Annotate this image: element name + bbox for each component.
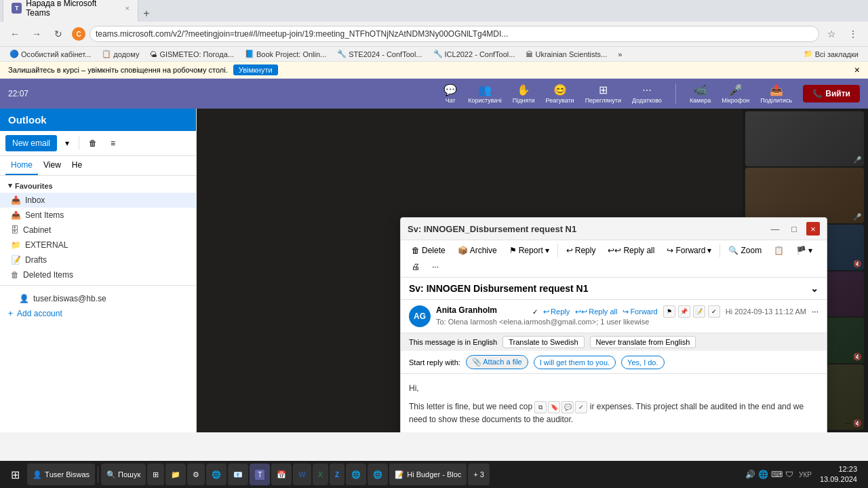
translate-to-swedish-btn[interactable]: Translate to Swedish — [502, 336, 584, 348]
tab-he[interactable]: He — [66, 156, 87, 175]
new-tab-button[interactable]: + — [138, 5, 155, 22]
bookmark-ste[interactable]: 🔧 STE2024 - ConfTool... — [333, 48, 426, 60]
tile-more-btn-large[interactable]: ··· — [845, 419, 850, 427]
taskbar-chrome3[interactable]: 🌐 — [368, 464, 388, 485]
sidebar-item-deleted[interactable]: 🗑 Deleted Items — [0, 267, 196, 282]
taskbar-mail[interactable]: 📧 — [228, 464, 248, 485]
taskbar-chrome[interactable]: 🌐 — [206, 464, 226, 485]
camera-control[interactable]: 📹 Камера — [690, 83, 711, 104]
it-flag[interactable]: ⚑ — [663, 305, 675, 318]
taskbar-task-view[interactable]: ⊞ — [147, 464, 164, 485]
modal-minimize-btn[interactable]: — — [768, 222, 782, 236]
it-check[interactable]: ✓ — [708, 305, 720, 318]
new-email-dropdown[interactable]: ▾ — [60, 136, 75, 151]
all-bookmarks[interactable]: 📁 Всі закладки — [800, 48, 863, 60]
taskbar-excel[interactable]: X — [313, 464, 328, 485]
raise-hand-control[interactable]: ✋ Підняти — [513, 83, 535, 104]
inline-reply-btn[interactable]: ↩ Reply — [543, 307, 570, 316]
tray-keyboard[interactable]: ⌨ — [771, 470, 783, 479]
bookmark-star[interactable]: ☆ — [822, 24, 841, 43]
modal-maximize-btn[interactable]: □ — [787, 222, 801, 236]
bookmark-more[interactable]: » — [614, 49, 626, 60]
tray-lang[interactable]: УКР — [796, 471, 814, 478]
view-control[interactable]: ⊞ Переглянути — [585, 83, 621, 104]
tray-sound[interactable]: 🔊 — [745, 470, 755, 479]
taskbar-chrome2[interactable]: 🌐 — [346, 464, 366, 485]
print-btn[interactable]: 🖨 — [406, 259, 425, 274]
suggestion-1[interactable]: I will get them to you. — [534, 356, 616, 369]
inline-tick-btn[interactable]: ✓ — [575, 401, 587, 413]
tab-home[interactable]: Home — [5, 156, 38, 175]
attach-file-chip[interactable]: 📎 Attach a file — [466, 355, 528, 369]
start-button[interactable]: ⊞ — [3, 462, 27, 487]
suggestion-2[interactable]: Yes, I do. — [621, 356, 664, 369]
add-account-btn[interactable]: + Add account — [8, 306, 188, 321]
never-translate-btn[interactable]: Never translate from English — [590, 336, 696, 348]
email-more-btn[interactable]: ··· — [812, 307, 818, 316]
taskbar-explorer[interactable]: 📁 — [165, 464, 186, 485]
url-input[interactable] — [90, 26, 819, 42]
participants-control[interactable]: 👥 Користувачі — [468, 83, 502, 104]
inline-reply-all-btn[interactable]: ↩↩ Reply all — [575, 307, 617, 316]
taskbar-hi-budger[interactable]: 📝 Hi Budger - Bloc — [389, 464, 467, 485]
notification-close[interactable]: × — [854, 64, 860, 75]
reload-button[interactable]: ↻ — [49, 24, 68, 43]
bookmark-ukrainian[interactable]: 🏛 Ukrainian Scientists... — [521, 49, 611, 60]
reply-btn[interactable]: ↩ Reply — [561, 243, 601, 258]
mic-control[interactable]: 🎤 Мікрофон — [722, 83, 749, 104]
leave-meeting-btn[interactable]: 📞 Вийти — [803, 85, 860, 102]
expand-email-icon[interactable]: ⌄ — [810, 283, 818, 294]
bookmark-osobystyi[interactable]: 🔵 Особистий кабінет... — [5, 48, 95, 60]
reply-all-btn[interactable]: ↩↩ Reply all — [602, 243, 660, 258]
forward-btn[interactable]: ↪ Forward ▾ — [661, 243, 717, 258]
inline-bookmark-btn[interactable]: 🔖 — [548, 401, 560, 413]
sidebar-item-inbox[interactable]: 📥 Inbox — [0, 193, 196, 208]
archive-btn[interactable]: 📦 Archive — [452, 243, 502, 258]
react-control[interactable]: 😊 Реагувати — [546, 83, 574, 104]
zoom-btn[interactable]: 🔍 Zoom — [723, 243, 767, 258]
inline-comment-btn[interactable]: 💬 — [561, 401, 574, 413]
account-item[interactable]: 👤 tuser.biswas@hb.se — [8, 291, 188, 306]
it-pin[interactable]: 📌 — [678, 305, 690, 318]
modal-close-btn[interactable]: × — [806, 222, 820, 236]
trash-btn[interactable]: 🗑 — [83, 136, 102, 151]
more-actions-btn[interactable]: ··· — [427, 259, 444, 274]
share-control[interactable]: 📤 Поділитись — [760, 83, 792, 104]
tray-security[interactable]: 🛡 — [785, 470, 793, 479]
flag-btn[interactable]: 🏴 ▾ — [791, 243, 818, 258]
sidebar-item-cabinet[interactable]: 🗄 Cabinet — [0, 223, 196, 238]
enable-notifications-btn[interactable]: Увімкнути — [233, 64, 278, 75]
inline-copy-btn[interactable]: ⧉ — [534, 401, 547, 413]
browser-menu[interactable]: ⋮ — [844, 24, 863, 43]
taskbar-user[interactable]: 👤 Тuser Biswas — [27, 464, 95, 485]
bookmark-gismeteo[interactable]: 🌤 GISMETEO: Погода... — [146, 49, 238, 60]
bookmark-dodomu[interactable]: 📋 додому — [98, 48, 143, 60]
taskbar-calendar[interactable]: 📅 — [271, 464, 292, 485]
tab-view[interactable]: View — [38, 156, 66, 175]
new-email-btn[interactable]: New email — [5, 135, 57, 151]
it-note[interactable]: 📝 — [693, 305, 705, 318]
favourites-header[interactable]: ▾ Favourites — [0, 179, 196, 193]
delete-btn[interactable]: 🗑 Delete — [406, 243, 451, 258]
taskbar-word[interactable]: W — [293, 464, 311, 485]
taskbar-overflow[interactable]: + 3 — [468, 464, 490, 485]
bookmark-book[interactable]: 📘 Book Project: Onlin... — [241, 48, 330, 60]
sweep-btn[interactable]: ≡ — [105, 136, 121, 151]
tab-close-btn[interactable]: × — [125, 4, 130, 12]
inline-forward-btn[interactable]: ↪ Forward — [623, 307, 657, 316]
sidebar-item-drafts[interactable]: 📝 Drafts — [0, 252, 196, 267]
chat-control[interactable]: 💬 Чат — [443, 83, 457, 104]
move-btn[interactable]: 📋 — [768, 243, 789, 258]
taskbar-search[interactable]: 🔍 Пошук — [101, 464, 146, 485]
report-btn[interactable]: ⚑ Report ▾ — [504, 243, 555, 258]
taskbar-teams[interactable]: T — [250, 464, 270, 485]
taskbar-zoom[interactable]: Z — [330, 464, 344, 485]
tray-network[interactable]: 🌐 — [758, 470, 768, 479]
active-tab[interactable]: T Нарада в Microsoft Teams × — [3, 0, 138, 22]
back-button[interactable]: ← — [5, 24, 24, 43]
sidebar-item-sent[interactable]: 📤 Sent Items — [0, 208, 196, 223]
taskbar-settings[interactable]: ⚙ — [187, 464, 205, 485]
bookmark-icl[interactable]: 🔧 ICL2022 - ConfTool... — [429, 48, 519, 60]
sidebar-item-external[interactable]: 📁 EXTERNAL — [0, 238, 196, 252]
more-control[interactable]: ··· Додатково — [632, 84, 662, 104]
